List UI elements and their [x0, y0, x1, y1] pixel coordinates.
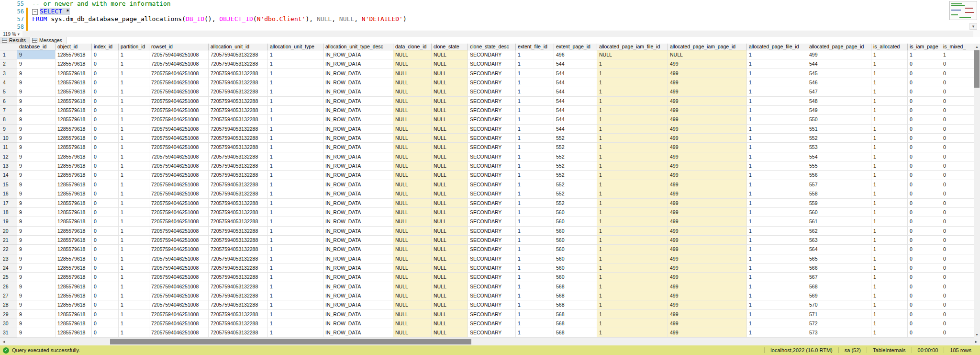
grid-cell[interactable]: 9 [17, 263, 56, 273]
grid-cell[interactable]: SECONDARY [468, 78, 516, 87]
grid-cell[interactable]: 1 [516, 87, 554, 96]
grid-cell[interactable]: 0 [92, 208, 119, 217]
grid-cell[interactable]: 1 [516, 59, 554, 69]
grid-cell[interactable]: 1 [268, 310, 323, 319]
grid-cell[interactable]: 0 [92, 59, 119, 69]
grid-cell[interactable]: 499 [668, 227, 747, 236]
grid-cell[interactable]: 9 [17, 78, 56, 87]
grid-cell[interactable]: 561 [807, 217, 871, 226]
grid-cell[interactable]: 1285579618 [56, 161, 92, 171]
grid-cell[interactable]: 1 [119, 106, 149, 115]
grid-cell[interactable]: 1 [516, 208, 554, 217]
grid-cell[interactable]: 1 [119, 97, 149, 106]
grid-cell[interactable]: 499 [668, 134, 747, 143]
grid-cell[interactable]: 1 [268, 115, 323, 124]
grid-cell[interactable]: 499 [668, 97, 747, 106]
grid-cell[interactable]: SECONDARY [468, 69, 516, 78]
grid-cell[interactable]: 499 [668, 125, 747, 134]
grid-cell[interactable]: 9 [17, 236, 56, 245]
grid-cell[interactable]: 1285579618 [56, 208, 92, 217]
grid-cell[interactable]: 556 [807, 171, 871, 180]
grid-cell[interactable]: SECONDARY [468, 310, 516, 319]
grid-cell[interactable]: SECONDARY [468, 134, 516, 143]
grid-cell[interactable]: 1 [516, 78, 554, 87]
grid-cell[interactable]: 1285579618 [56, 189, 92, 198]
grid-cell[interactable]: 1 [119, 319, 149, 328]
grid-cell[interactable]: 9 [17, 152, 56, 161]
grid-cell[interactable]: 1 [871, 282, 908, 291]
grid-cell[interactable]: 1 [747, 69, 807, 78]
grid-cell[interactable]: NULL [432, 115, 468, 124]
grid-cell[interactable]: 1 [119, 291, 149, 300]
grid-cell[interactable]: 0 [908, 59, 941, 69]
grid-cell[interactable]: 1285579618 [56, 97, 92, 106]
grid-cell[interactable]: 1 [516, 50, 554, 59]
grid-cell[interactable]: 1 [747, 263, 807, 273]
grid-cell[interactable]: 1 [747, 291, 807, 300]
grid-cell[interactable]: 72057594053132288 [209, 180, 268, 189]
grid-cell[interactable]: 1 [597, 236, 668, 245]
grid-cell[interactable]: 568 [554, 282, 597, 291]
grid-cell[interactable]: IN_ROW_DATA [323, 328, 393, 337]
grid-cell[interactable]: 499 [668, 236, 747, 245]
grid-cell[interactable]: 1 [119, 59, 149, 69]
grid-cell[interactable]: 0 [92, 328, 119, 337]
grid-cell[interactable]: 9 [17, 50, 56, 59]
grid-cell[interactable]: 499 [668, 180, 747, 189]
row-number[interactable]: 10 [0, 134, 17, 143]
grid-cell[interactable]: 72057594053132288 [209, 217, 268, 226]
column-header-allocated_page_iam_file_id[interactable]: allocated_page_iam_file_id [597, 44, 668, 50]
grid-cell[interactable]: 1 [597, 87, 668, 96]
grid-cell[interactable]: 1 [597, 78, 668, 87]
grid-cell[interactable]: 546 [807, 78, 871, 87]
row-number[interactable]: 19 [0, 217, 17, 226]
grid-cell[interactable]: 72057594053132288 [209, 300, 268, 309]
grid-cell[interactable]: NULL [432, 300, 468, 309]
grid-cell[interactable]: 0 [908, 125, 941, 134]
grid-cell[interactable]: 1285579618 [56, 328, 92, 337]
grid-cell[interactable]: 1 [268, 87, 323, 96]
grid-cell[interactable]: NULL [432, 171, 468, 180]
grid-cell[interactable]: IN_ROW_DATA [323, 208, 393, 217]
grid-cell[interactable]: 569 [807, 291, 871, 300]
grid-cell[interactable]: NULL [432, 87, 468, 96]
grid-cell[interactable]: 1285579618 [56, 134, 92, 143]
grid-cell[interactable]: 0 [908, 106, 941, 115]
grid-cell[interactable]: IN_ROW_DATA [323, 59, 393, 69]
grid-cell[interactable]: 568 [554, 328, 597, 337]
grid-cell[interactable]: 1 [516, 199, 554, 208]
grid-cell[interactable]: NULL [393, 161, 432, 171]
grid-cell[interactable]: IN_ROW_DATA [323, 217, 393, 226]
grid-cell[interactable]: 1 [871, 328, 908, 337]
grid-cell[interactable]: 1 [268, 273, 323, 282]
grid-cell[interactable]: 568 [554, 291, 597, 300]
grid-cell[interactable]: NULL [432, 319, 468, 328]
grid-cell[interactable]: 499 [668, 217, 747, 226]
grid-cell[interactable]: 560 [554, 208, 597, 217]
grid-cell[interactable]: 552 [554, 171, 597, 180]
grid-cell[interactable]: 1285579618 [56, 143, 92, 152]
grid-cell[interactable]: SECONDARY [468, 254, 516, 263]
grid-cell[interactable]: 1285579618 [56, 319, 92, 328]
editor-horizontal-scrollbar[interactable] [22, 31, 973, 37]
grid-cell[interactable]: IN_ROW_DATA [323, 125, 393, 134]
column-header-allocated_page_page_id[interactable]: allocated_page_page_id [807, 44, 871, 50]
grid-cell[interactable]: 9 [17, 254, 56, 263]
column-header-data_clone_id[interactable]: data_clone_id [393, 44, 432, 50]
grid-cell[interactable]: 9 [17, 319, 56, 328]
grid-cell[interactable]: 72057594053132288 [209, 245, 268, 254]
grid-cell[interactable]: SECONDARY [468, 319, 516, 328]
row-number[interactable]: 8 [0, 115, 17, 124]
grid-cell[interactable]: 568 [554, 310, 597, 319]
grid-cell[interactable]: 1 [516, 310, 554, 319]
grid-cell[interactable]: 1 [597, 115, 668, 124]
grid-cell[interactable]: 72057594046251008 [149, 199, 209, 208]
grid-cell[interactable]: 9 [17, 69, 56, 78]
grid-cell[interactable]: NULL [393, 189, 432, 198]
grid-cell[interactable]: 0 [92, 171, 119, 180]
grid-cell[interactable]: 1 [516, 97, 554, 106]
grid-cell[interactable]: 573 [807, 328, 871, 337]
grid-cell[interactable]: 1 [268, 227, 323, 236]
grid-cell[interactable]: 1 [597, 134, 668, 143]
grid-cell[interactable]: 0 [908, 208, 941, 217]
